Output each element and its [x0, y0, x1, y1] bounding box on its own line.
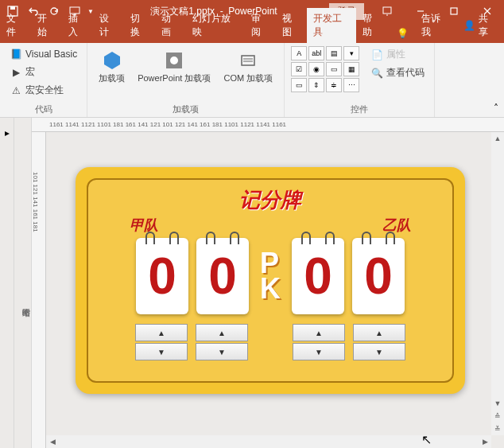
control-spin[interactable]: ≑	[326, 78, 342, 92]
view-code-button[interactable]: 🔍查看代码	[367, 64, 428, 81]
scroll-down-icon[interactable]: ▼	[491, 397, 504, 410]
next-slide-icon[interactable]: ≚	[491, 423, 504, 435]
scroll-left-icon[interactable]: ◀	[46, 435, 59, 448]
properties-icon: 📄	[370, 49, 383, 61]
tab-developer[interactable]: 开发工具	[307, 8, 356, 43]
control-textbox[interactable]: abl	[308, 46, 324, 60]
svg-point-9	[170, 56, 178, 64]
tab-slideshow[interactable]: 幻灯片放映	[186, 8, 245, 43]
spinner-4-down[interactable]: ▼	[353, 343, 405, 360]
tab-animations[interactable]: 动画	[155, 8, 186, 43]
scroll-right-icon[interactable]: ▶	[479, 435, 491, 448]
scoreboard-title: 记分牌	[98, 186, 443, 214]
group-label-controls: 控件	[291, 102, 428, 115]
share-button[interactable]: 👤共享	[456, 8, 504, 43]
group-label-code: 代码	[6, 102, 80, 115]
vertical-scrollbar[interactable]: ▲ ▼ ≙ ≚	[491, 132, 504, 435]
collapse-ribbon-icon[interactable]: ˄	[488, 43, 504, 117]
score-card-4: 0	[352, 238, 405, 314]
com-addins-button[interactable]: COM 加载项	[219, 46, 277, 85]
digit-4: 0	[364, 251, 393, 302]
spinner-1: ▲ ▼	[135, 324, 188, 360]
spinner-3-down[interactable]: ▼	[293, 343, 345, 360]
svg-marker-7	[104, 52, 120, 69]
tab-file[interactable]: 文件	[0, 8, 31, 43]
workspace: ▸ 缩略图 1161 1141 1121 1101 181 161 141 12…	[0, 118, 504, 448]
control-label[interactable]: A	[291, 46, 307, 60]
slide-canvas-area: 1161 1141 1121 1101 181 161 141 121 101 …	[32, 118, 504, 448]
scroll-up-icon[interactable]: ▲	[491, 132, 504, 145]
control-frame[interactable]: ▦	[343, 62, 359, 76]
macros-button[interactable]: ▶宏	[6, 64, 80, 80]
control-button[interactable]: ▭	[291, 78, 307, 92]
spinner-2-up[interactable]: ▲	[196, 324, 248, 341]
score-row: 0 0 PK 0 0	[98, 238, 443, 314]
tab-review[interactable]: 审阅	[245, 8, 276, 43]
score-card-3: 0	[292, 238, 344, 314]
spinner-4-up[interactable]: ▲	[353, 324, 405, 341]
slide-wrapper: 记分牌 甲队 乙队 0 0 PK 0 0 ▲	[49, 135, 491, 435]
ppt-addins-button[interactable]: PowerPoint 加载项	[133, 46, 215, 85]
prev-slide-icon[interactable]: ≙	[491, 410, 504, 423]
tab-help[interactable]: 帮助	[356, 8, 387, 43]
vertical-ruler: 101 121 141 161 181	[32, 132, 46, 448]
spinner-1-down[interactable]: ▼	[135, 343, 188, 360]
spinner-2-down[interactable]: ▼	[196, 343, 248, 360]
group-label-addins: 加载项	[94, 102, 277, 115]
addins-button[interactable]: 加载项	[94, 46, 130, 85]
spinner-2: ▲ ▼	[196, 324, 248, 360]
tab-transitions[interactable]: 切换	[124, 8, 155, 43]
slide[interactable]: 记分牌 甲队 乙队 0 0 PK 0 0 ▲	[76, 167, 465, 394]
thumbnail-strip[interactable]: 缩略图	[14, 118, 32, 448]
person-icon: 👤	[463, 20, 475, 31]
team-a-label: 甲队	[130, 216, 158, 235]
digit-1: 0	[148, 251, 176, 302]
control-combo[interactable]: ▾	[343, 46, 359, 60]
outline-toggle[interactable]: ▸	[0, 118, 14, 448]
tab-tellme[interactable]: 告诉我	[415, 8, 456, 43]
warning-icon: ⚠	[10, 84, 22, 97]
control-checkbox[interactable]: ☑	[291, 62, 307, 76]
horizontal-scrollbar[interactable]: ◀ ▶	[46, 435, 491, 448]
macro-security-button[interactable]: ⚠宏安全性	[6, 82, 80, 99]
score-card-2: 0	[196, 238, 249, 314]
macro-icon: ▶	[10, 66, 22, 79]
control-toggle[interactable]: ▭	[326, 62, 342, 76]
digit-2: 0	[208, 251, 237, 302]
com-addins-icon	[235, 48, 261, 73]
control-more[interactable]: ⋯	[343, 78, 359, 92]
spinner-4: ▲ ▼	[353, 324, 405, 360]
tab-view[interactable]: 视图	[276, 8, 307, 43]
tab-home[interactable]: 开始	[31, 8, 62, 43]
spinner-1-up[interactable]: ▲	[135, 324, 188, 341]
spinner-3-up[interactable]: ▲	[293, 324, 345, 341]
tellme-bulb-icon[interactable]: 💡	[390, 24, 415, 43]
ribbon-tabs: 文件 开始 插入 设计 切换 动画 幻灯片放映 审阅 视图 开发工具 帮助 💡 …	[0, 22, 504, 43]
digit-3: 0	[304, 251, 332, 302]
svg-rect-10	[242, 56, 254, 65]
vb-icon: 📘	[10, 48, 22, 60]
spinner-row: ▲ ▼ ▲ ▼ ▲ ▼ ▲	[98, 324, 443, 360]
addins-icon	[99, 48, 125, 73]
group-code: 📘Visual Basic ▶宏 ⚠宏安全性 代码	[0, 43, 87, 117]
control-scroll[interactable]: ⇕	[308, 78, 324, 92]
score-card-1: 0	[136, 238, 188, 314]
properties-button[interactable]: 📄属性	[367, 46, 428, 63]
pk-label: PK	[260, 251, 281, 302]
code-icon: 🔍	[370, 67, 383, 80]
tab-insert[interactable]: 插入	[62, 8, 93, 43]
group-controls: A abl ▤ ▾ ☑ ◉ ▭ ▦ ▭ ⇕ ≑ ⋯	[285, 43, 435, 117]
visual-basic-button[interactable]: 📘Visual Basic	[6, 46, 80, 62]
control-option[interactable]: ◉	[308, 62, 324, 76]
ppt-addins-icon	[161, 48, 187, 73]
slide-inner: 记分牌 甲队 乙队 0 0 PK 0 0 ▲	[87, 178, 454, 383]
spinner-3: ▲ ▼	[293, 324, 345, 360]
ribbon-developer: 📘Visual Basic ▶宏 ⚠宏安全性 代码 加载项 PowerPoint…	[0, 43, 504, 118]
horizontal-ruler: 1161 1141 1121 1101 181 161 141 121 101 …	[32, 118, 504, 132]
tab-design[interactable]: 设计	[93, 8, 124, 43]
control-list[interactable]: ▤	[326, 46, 342, 60]
group-addins: 加载项 PowerPoint 加载项 COM 加载项 加载项	[87, 43, 285, 117]
